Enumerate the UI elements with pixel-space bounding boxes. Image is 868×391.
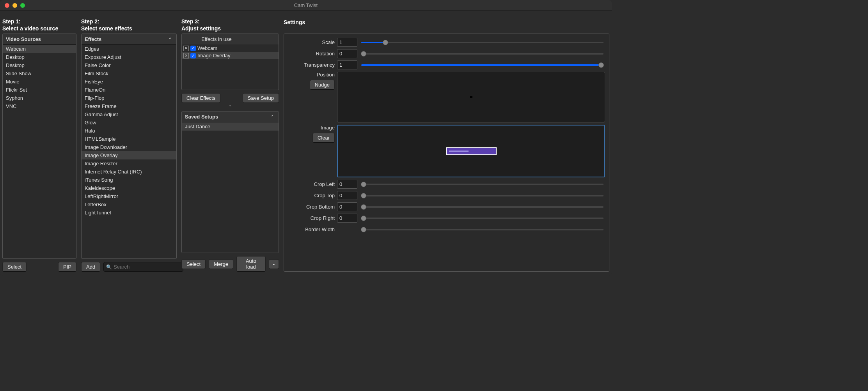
list-item[interactable]: FlameOn <box>82 86 176 94</box>
step3-line2: Adjust settings <box>181 25 221 32</box>
remove-effect-icon[interactable]: ✕ <box>183 46 189 51</box>
col-effects: Step 2: Select some effects Effects ⌃ Ed… <box>81 18 177 272</box>
row-scale: Scale <box>288 38 605 47</box>
close-icon[interactable] <box>5 3 9 8</box>
effects-header[interactable]: Effects ⌃ <box>82 34 176 45</box>
list-item[interactable]: Kaleidescope <box>82 184 176 192</box>
inuse-label: Webcam <box>197 45 217 51</box>
minimize-icon[interactable] <box>12 3 17 8</box>
effect-checkbox[interactable]: ✓ <box>190 46 196 51</box>
crop-top-slider[interactable] <box>361 195 604 196</box>
effects-body[interactable]: EdgesExposure AdjustFalse ColorFilm Stoc… <box>82 45 176 258</box>
image-well[interactable] <box>337 125 605 177</box>
list-item[interactable]: Webcam <box>3 45 76 53</box>
saved-header[interactable]: Saved Setups ⌃ <box>182 111 279 122</box>
list-item[interactable]: Edges <box>82 45 176 53</box>
list-item[interactable]: Film Stock <box>82 69 176 78</box>
list-item[interactable]: Just Dance <box>182 122 279 131</box>
border-width-label: Border Width <box>288 226 335 232</box>
list-item[interactable]: Gamma Adjust <box>82 110 176 119</box>
row-crop-left: Crop Left <box>288 180 605 189</box>
inuse-header[interactable]: Effects in use <box>182 34 279 44</box>
step2-line2: Select some effects <box>81 25 132 32</box>
inuse-row[interactable]: ✕✓Image Overlay <box>182 52 279 59</box>
list-item[interactable]: Movie <box>3 78 76 86</box>
nudge-button[interactable]: Nudge <box>310 80 335 90</box>
list-item[interactable]: FishEye <box>82 78 176 86</box>
rotation-input[interactable] <box>337 49 357 58</box>
crop-bottom-input[interactable] <box>337 202 357 211</box>
col-settings: Settings Scale Rotation <box>284 18 609 272</box>
remove-setup-button[interactable]: - <box>269 259 279 269</box>
autoload-button[interactable]: Auto load <box>236 256 266 272</box>
list-item[interactable]: Halo <box>82 127 176 135</box>
saved-body[interactable]: Just Dance <box>182 122 279 253</box>
sources-buttons: Select PIP <box>2 262 76 272</box>
inuse-row[interactable]: ✕✓Webcam <box>182 44 279 52</box>
list-item[interactable]: Flickr Set <box>3 86 76 94</box>
list-item[interactable]: Slide Show <box>3 69 76 78</box>
crop-left-slider[interactable] <box>361 184 604 185</box>
inuse-body[interactable]: ✕✓Webcam✕✓Image Overlay <box>182 44 279 59</box>
scale-label: Scale <box>288 39 335 45</box>
list-item[interactable]: iTunes Song <box>82 176 176 184</box>
step1-line2: Select a video source <box>2 25 58 32</box>
list-item[interactable]: HTMLSample <box>82 135 176 143</box>
row-crop-top: Crop Top <box>288 191 605 200</box>
sources-header[interactable]: Video Sources <box>3 34 76 45</box>
settings-title: Settings <box>284 18 609 34</box>
select-button[interactable]: Select <box>2 262 27 272</box>
clear-image-button[interactable]: Clear <box>312 133 335 143</box>
crop-bottom-slider[interactable] <box>361 206 604 208</box>
position-marker-icon[interactable] <box>470 96 472 98</box>
list-item[interactable]: Exposure Adjust <box>82 53 176 61</box>
clear-effects-button[interactable]: Clear Effects <box>181 93 220 103</box>
list-item[interactable]: LeftRightMirror <box>82 192 176 200</box>
crop-right-slider[interactable] <box>361 218 604 219</box>
list-item[interactable]: LightTunnel <box>82 209 176 217</box>
search-input[interactable] <box>112 263 181 271</box>
maximize-icon[interactable] <box>20 3 25 8</box>
sources-body[interactable]: WebcamDesktop+DesktopSlide ShowMovieFlic… <box>3 45 76 258</box>
list-item[interactable]: Image Overlay <box>82 151 176 159</box>
scale-slider[interactable] <box>361 42 604 43</box>
row-position: Position Nudge <box>288 72 605 122</box>
list-item[interactable]: Image Downloader <box>82 143 176 151</box>
list-item[interactable]: Desktop+ <box>3 53 76 61</box>
add-button[interactable]: Add <box>81 262 100 272</box>
list-item[interactable]: Flip-Flop <box>82 94 176 102</box>
border-width-slider[interactable] <box>361 229 604 230</box>
chevron-up-icon[interactable]: ⌃ <box>271 115 275 119</box>
list-item[interactable]: Internet Relay Chat (IRC) <box>82 168 176 176</box>
crop-right-label: Crop Right <box>288 215 335 221</box>
merge-button[interactable]: Merge <box>209 259 233 269</box>
list-item[interactable]: LetterBox <box>82 200 176 209</box>
crop-left-input[interactable] <box>337 180 357 189</box>
list-item[interactable]: VNC <box>3 102 76 110</box>
remove-effect-icon[interactable]: ✕ <box>183 53 189 58</box>
window-title: Cam Twist <box>294 2 318 8</box>
list-item[interactable]: Freeze Frame <box>82 102 176 110</box>
pip-button[interactable]: PIP <box>58 262 76 272</box>
position-canvas[interactable] <box>337 72 605 122</box>
list-item[interactable]: Syphon <box>3 94 76 102</box>
list-item[interactable]: Desktop <box>3 61 76 69</box>
chevron-up-icon[interactable]: ⌃ <box>169 37 173 41</box>
rotation-slider[interactable] <box>361 53 604 55</box>
list-item[interactable]: False Color <box>82 61 176 69</box>
scale-input[interactable] <box>337 38 357 47</box>
crop-right-input[interactable] <box>337 214 357 223</box>
save-setup-button[interactable]: Save Setup <box>243 93 279 103</box>
traffic-lights <box>0 3 25 8</box>
transparency-input[interactable] <box>337 60 357 69</box>
list-item[interactable]: Image Resizer <box>82 159 176 168</box>
effect-checkbox[interactable]: ✓ <box>190 53 196 58</box>
list-item[interactable]: Glow <box>82 119 176 127</box>
crop-top-input[interactable] <box>337 191 357 200</box>
resize-dot-icon[interactable]: ● <box>181 104 279 107</box>
rotation-label: Rotation <box>288 51 335 57</box>
transparency-slider[interactable] <box>361 64 604 66</box>
select-setup-button[interactable]: Select <box>181 259 206 269</box>
inuse-listbox: Effects in use ✕✓Webcam✕✓Image Overlay <box>181 34 279 90</box>
crop-left-label: Crop Left <box>288 181 335 187</box>
